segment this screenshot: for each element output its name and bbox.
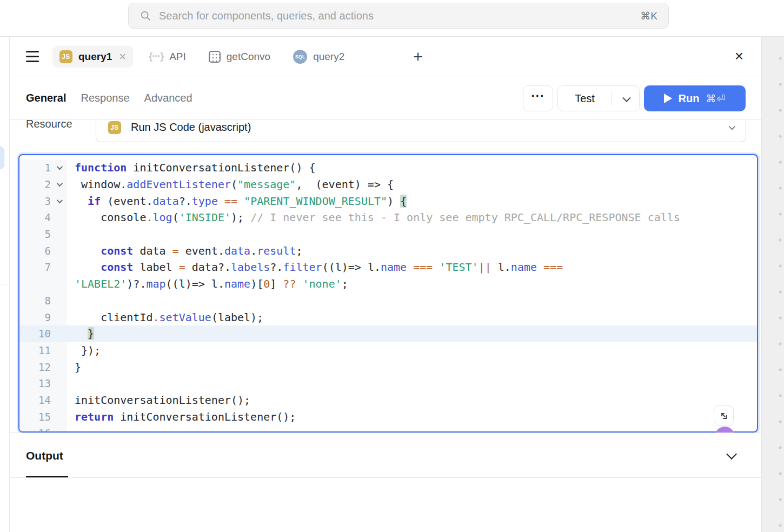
section-tabs: GeneralResponseAdvanced (26, 76, 192, 119)
play-icon (664, 94, 672, 103)
line-number: 7 (19, 261, 51, 273)
code-text: }); (67, 344, 757, 357)
gutter: 11 (19, 342, 67, 359)
gutter: 15 (19, 408, 67, 425)
gutter: 2 (19, 176, 67, 193)
environment-select[interactable]: Test (557, 85, 640, 111)
code-line[interactable]: 3 if (event.data?.type == "PARENT_WINDOW… (19, 192, 757, 209)
line-number: 1 (19, 162, 51, 174)
search-input[interactable] (159, 10, 633, 22)
code-line[interactable]: 'LABEL2')?.map((l)=> l.name)[0] ?? 'none… (19, 276, 757, 292)
popout-icon (719, 410, 729, 421)
menu-icon[interactable] (26, 51, 39, 62)
line-number: 16 (19, 427, 51, 431)
gutter: 5 (19, 226, 67, 243)
output-tab[interactable]: Output (26, 449, 63, 462)
close-tab-icon[interactable]: × (119, 51, 126, 63)
code-line[interactable]: 15return initConversationListener(); (19, 408, 757, 425)
fold-chevron-icon[interactable] (57, 181, 63, 187)
code-line[interactable]: 11 }); (19, 342, 757, 359)
resource-value: Run JS Code (javascript) (131, 121, 719, 134)
line-number: 2 (19, 178, 51, 190)
resource-select[interactable]: JS Run JS Code (javascript) (96, 119, 746, 142)
code-text: if (event.data?.type == "PARENT_WINDOW_R… (67, 195, 757, 208)
collapse-output-button[interactable] (728, 450, 735, 460)
sql-icon: SQL (293, 50, 307, 64)
query-toolbar: GeneralResponseAdvanced ··· Test Run ⌘⏎ (10, 76, 761, 119)
output-section: Output (10, 433, 761, 478)
code-text: window.addEventListener("message", (even… (67, 178, 757, 191)
gutter: 7 (19, 259, 67, 276)
code-line[interactable]: 12} (19, 358, 757, 375)
tab-query2[interactable]: SQLquery2 (286, 45, 351, 68)
tab-label: API (169, 51, 186, 63)
query-editor-window: ⌘K JSquery1×{···}APIgetConvoSQLquery2 + … (0, 0, 784, 532)
query-tabbar: JSquery1×{···}APIgetConvoSQLquery2 + × (10, 37, 761, 76)
line-number: 5 (19, 228, 51, 240)
close-panel-button[interactable]: × (729, 46, 749, 66)
resource-label: Resource (26, 119, 72, 130)
rail-divider (0, 284, 10, 284)
global-search[interactable]: ⌘K (128, 3, 669, 29)
search-shortcut-hint: ⌘K (640, 10, 657, 22)
tab-advanced[interactable]: Advanced (144, 92, 192, 104)
tab-getConvo[interactable]: getConvo (202, 46, 277, 67)
run-shortcut-hint: ⌘⏎ (706, 92, 726, 105)
expand-editor-button[interactable] (714, 405, 734, 425)
line-number: 11 (19, 344, 51, 356)
code-text: const label = data?.labels?.filter((l)=>… (67, 261, 757, 274)
code-text: const data = event.data.result; (67, 244, 757, 257)
code-line[interactable]: 1function initConversationListener() { (19, 159, 757, 176)
code-text: console.log('INSIDE'); // I never see th… (67, 211, 757, 224)
tab-query1[interactable]: JSquery1× (52, 46, 133, 68)
code-text: 'LABEL2')?.map((l)=> l.name)[0] ?? 'none… (67, 277, 757, 290)
code-text: function initConversationListener() { (67, 161, 757, 174)
resource-row: Resource JS Run JS Code (javascript) (10, 119, 761, 154)
gutter (19, 276, 67, 292)
gutter: 8 (19, 292, 67, 309)
tab-response[interactable]: Response (81, 92, 129, 104)
line-number: 15 (19, 411, 51, 423)
code-line[interactable]: 13 (19, 375, 757, 392)
code-line[interactable]: 8 (19, 292, 757, 309)
tab-API[interactable]: {···}API (142, 46, 193, 67)
add-query-button[interactable]: + (408, 46, 428, 67)
fold-chevron-icon[interactable] (57, 164, 63, 170)
frame-icon (209, 51, 221, 63)
code-line[interactable]: 2 window.addEventListener("message", (ev… (19, 176, 757, 193)
gutter: 1 (19, 159, 67, 176)
tab-label: getConvo (227, 51, 270, 63)
environment-label: Test (558, 92, 612, 105)
code-line[interactable]: 4 console.log('INSIDE'); // I never see … (19, 209, 757, 226)
top-header: ⌘K (0, 0, 784, 36)
js-icon: JS (59, 50, 72, 63)
code-line[interactable]: 16 (19, 425, 757, 431)
chevron-down-icon (729, 123, 736, 130)
code-editor-lines: 1function initConversationListener() {2 … (19, 155, 757, 431)
line-number: 8 (19, 295, 51, 307)
code-editor[interactable]: 1function initConversationListener() {2 … (18, 154, 758, 433)
more-options-button[interactable]: ··· (523, 85, 553, 111)
js-icon: JS (108, 121, 121, 134)
gutter: 3 (19, 192, 67, 209)
tab-general[interactable]: General (26, 92, 66, 104)
run-button[interactable]: Run ⌘⏎ (644, 85, 746, 111)
line-number: 4 (19, 211, 51, 223)
code-line[interactable]: 9 clientId.setValue(label); (19, 309, 757, 325)
code-line[interactable]: 14initConversationListener(); (19, 392, 757, 409)
code-line[interactable]: 7 const label = data?.labels?.filter((l)… (19, 259, 757, 276)
collapsed-panel-handle[interactable] (0, 147, 4, 169)
line-number: 9 (19, 311, 51, 323)
chevron-down-icon[interactable] (612, 96, 639, 102)
code-line[interactable]: 6 const data = event.data.result; (19, 242, 757, 259)
gutter: 14 (19, 392, 67, 409)
line-number: 12 (19, 361, 51, 373)
line-number: 10 (19, 328, 51, 340)
code-text: } (67, 327, 757, 340)
code-text: initConversationListener(); (67, 394, 757, 407)
code-text: clientId.setValue(label); (67, 311, 757, 324)
code-line[interactable]: 10 } (19, 325, 757, 342)
code-line[interactable]: 5 (19, 226, 757, 243)
left-rail (0, 37, 10, 532)
fold-chevron-icon[interactable] (57, 197, 63, 203)
